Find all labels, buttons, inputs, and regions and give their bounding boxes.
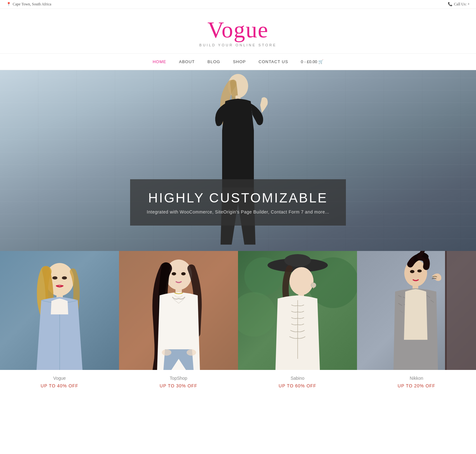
site-tagline: BUILD YOUR ONLINE STORE (6, 43, 470, 47)
svg-rect-28 (446, 251, 476, 370)
nav-item-shop[interactable]: SHOP (233, 59, 246, 64)
product-info-2: TopShop UP TO 30% OFF (156, 370, 201, 391)
site-title[interactable]: Vogue (6, 18, 470, 41)
product-image-2 (119, 251, 238, 370)
products-section: Vogue UP TO 40% OFF (0, 251, 476, 391)
product-item-1[interactable]: Vogue UP TO 40% OFF (0, 251, 119, 391)
product-name-2: TopShop (160, 376, 197, 381)
nav-item-about[interactable]: ABOUT (179, 59, 195, 64)
svg-point-7 (62, 276, 67, 280)
product-discount-4: UP TO 20% OFF (398, 383, 435, 388)
product-image-4 (357, 251, 476, 370)
svg-point-6 (52, 276, 57, 280)
call-info: 📞 Call Us: + (448, 2, 470, 7)
product-info-4: Nikkon UP TO 20% OFF (394, 370, 439, 391)
hero-section: HIGHLY CUSTOMIZABLE Integrated with WooC… (0, 70, 476, 251)
cart-amount: 0 - £0.00 (301, 59, 317, 64)
svg-point-40 (410, 270, 414, 273)
product-item-3[interactable]: Sabino UP TO 60% OFF (238, 251, 357, 391)
svg-point-22 (284, 254, 311, 267)
svg-point-14 (162, 349, 171, 356)
svg-point-13 (181, 272, 186, 275)
nav-item-contact[interactable]: CONTACT US (259, 59, 288, 64)
hero-title: HIGHLY CUSTOMIZABLE (143, 190, 333, 206)
hero-overlay: HIGHLY CUSTOMIZABLE Integrated with WooC… (130, 179, 346, 226)
product-thumbnail-1 (0, 251, 119, 370)
cart-button[interactable]: 0 - £0.00 🛒 (301, 59, 323, 64)
svg-point-41 (417, 270, 422, 273)
product-image-3 (238, 251, 357, 370)
product-item-4[interactable]: Nikkon UP TO 20% OFF (357, 251, 476, 391)
product-discount-1: UP TO 40% OFF (41, 383, 78, 388)
main-nav: HOME ABOUT BLOG SHOP CONTACT US 0 - £0.0… (0, 54, 476, 70)
product-item-2[interactable]: TopShop UP TO 30% OFF (119, 251, 238, 391)
product-thumbnail-2 (119, 251, 238, 370)
product-discount-2: UP TO 30% OFF (160, 383, 197, 388)
location-icon: 📍 (6, 2, 11, 7)
product-thumbnail-4 (357, 251, 476, 370)
product-info-3: Sabino UP TO 60% OFF (275, 370, 320, 391)
product-thumbnail-3 (238, 251, 357, 370)
product-name-4: Nikkon (398, 376, 435, 381)
product-discount-3: UP TO 60% OFF (279, 383, 316, 388)
hero-subtitle: Integrated with WooCommerce, SiteOrigin'… (143, 209, 333, 214)
call-text: Call Us: + (454, 2, 470, 7)
svg-point-23 (289, 267, 314, 295)
product-info-1: Vogue UP TO 40% OFF (37, 370, 82, 391)
location-text: Cape Town, South Africa (13, 2, 51, 7)
product-name-1: Vogue (41, 376, 78, 381)
product-name-3: Sabino (279, 376, 316, 381)
nav-item-home[interactable]: HOME (153, 59, 166, 64)
location-info: 📍 Cape Town, South Africa (6, 2, 51, 7)
top-bar: 📍 Cape Town, South Africa 📞 Call Us: + (0, 0, 476, 9)
site-header: Vogue BUILD YOUR ONLINE STORE (0, 9, 476, 54)
nav-item-blog[interactable]: BLOG (208, 59, 220, 64)
product-image-1 (0, 251, 119, 370)
phone-icon: 📞 (448, 2, 453, 7)
svg-point-12 (172, 272, 176, 275)
cart-icon: 🛒 (318, 59, 323, 64)
svg-point-15 (187, 349, 196, 356)
